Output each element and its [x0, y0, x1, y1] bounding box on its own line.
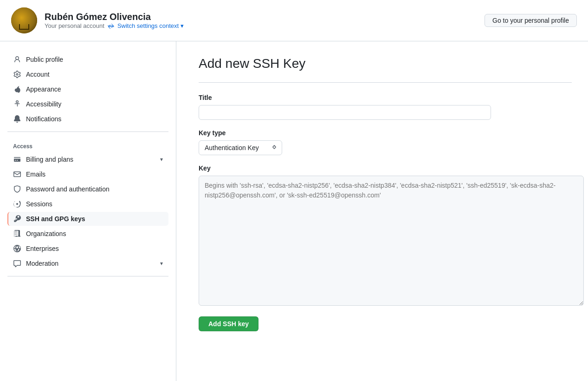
header-subtitle: Your personal account Switch settings co… — [45, 22, 184, 30]
sidebar-item-ssh-gpg[interactable]: SSH and GPG keys — [7, 212, 168, 226]
key-type-label: Key type — [199, 129, 572, 137]
chevron-down-icon-moderation: ▾ — [160, 260, 163, 267]
accessibility-icon — [13, 100, 21, 108]
person-icon — [13, 55, 21, 64]
sidebar-item-organizations-label: Organizations — [26, 230, 66, 237]
form-group-title: Title — [199, 94, 572, 120]
sidebar-item-appearance[interactable]: Appearance — [7, 82, 168, 96]
gear-icon — [13, 70, 21, 79]
shield-icon — [13, 185, 21, 193]
sidebar-item-emails[interactable]: Emails — [7, 167, 168, 181]
header-info: Rubén Gómez Olivencia Your personal acco… — [45, 12, 184, 30]
title-input[interactable] — [199, 105, 491, 120]
chevron-down-icon: ▾ — [160, 156, 163, 163]
sidebar-item-account[interactable]: Account — [7, 67, 168, 81]
sidebar-item-password-label: Password and authentication — [26, 185, 110, 193]
bell-icon — [13, 115, 21, 123]
sidebar-divider-1 — [7, 131, 168, 132]
avatar — [11, 7, 37, 33]
sidebar-item-ssh-gpg-label: SSH and GPG keys — [26, 215, 85, 223]
sidebar-item-accessibility[interactable]: Accessibility — [7, 97, 168, 111]
layout: Public profile Account Appearance — [0, 41, 588, 381]
sidebar-item-moderation[interactable]: Moderation ▾ — [7, 256, 168, 270]
sidebar-item-public-profile[interactable]: Public profile — [7, 53, 168, 66]
sidebar-item-sessions-label: Sessions — [26, 200, 52, 208]
key-textarea[interactable] — [199, 176, 584, 306]
page-title: Add new SSH Key — [199, 56, 572, 71]
sidebar-item-enterprises[interactable]: Enterprises — [7, 242, 168, 256]
comment-icon — [13, 259, 21, 268]
sidebar-divider-2 — [7, 276, 168, 276]
credit-card-icon — [13, 155, 21, 164]
sidebar-item-billing[interactable]: Billing and plans ▾ — [7, 152, 168, 166]
sidebar-item-accessibility-label: Accessibility — [26, 100, 61, 108]
sidebar-item-billing-label: Billing and plans — [26, 156, 73, 163]
envelope-icon — [13, 170, 21, 178]
section-divider — [199, 82, 572, 83]
access-section-label: Access — [7, 138, 168, 152]
title-label: Title — [199, 94, 572, 101]
key-label: Key — [199, 164, 572, 172]
switch-icon — [107, 22, 115, 30]
sidebar-item-sessions[interactable]: Sessions — [7, 197, 168, 211]
form-group-key: Key — [199, 164, 572, 307]
organization-icon — [13, 230, 21, 238]
main-content: Add new SSH Key Title Key type Authentic… — [176, 41, 588, 381]
account-type-label: Your personal account — [45, 22, 104, 29]
sidebar-item-password[interactable]: Password and authentication — [7, 182, 168, 196]
paintbrush-icon — [13, 85, 21, 93]
sidebar-item-public-profile-label: Public profile — [26, 56, 63, 63]
sidebar-item-account-label: Account — [26, 71, 50, 78]
header-left: Rubén Gómez Olivencia Your personal acco… — [11, 7, 184, 33]
sidebar-item-emails-label: Emails — [26, 171, 45, 178]
form-group-key-type: Key type Authentication Key Signing Key — [199, 129, 572, 155]
sidebar-item-notifications[interactable]: Notifications — [7, 112, 168, 126]
header: Rubén Gómez Olivencia Your personal acco… — [0, 0, 588, 41]
sidebar-item-enterprises-label: Enterprises — [26, 245, 59, 252]
key-type-select[interactable]: Authentication Key Signing Key — [199, 140, 282, 155]
sidebar-item-notifications-label: Notifications — [26, 115, 61, 123]
switch-context-link[interactable]: Switch settings context ▾ — [117, 22, 184, 29]
key-icon — [13, 215, 21, 223]
sidebar-item-appearance-label: Appearance — [26, 85, 61, 93]
broadcast-icon — [13, 200, 21, 208]
globe-icon — [13, 244, 21, 253]
add-ssh-key-button[interactable]: Add SSH key — [199, 316, 258, 331]
sidebar: Public profile Account Appearance — [0, 41, 176, 381]
user-name: Rubén Gómez Olivencia — [45, 12, 184, 22]
go-to-profile-button[interactable]: Go to your personal profile — [485, 14, 577, 27]
sidebar-item-moderation-label: Moderation — [26, 260, 58, 267]
sidebar-item-organizations[interactable]: Organizations — [7, 227, 168, 241]
